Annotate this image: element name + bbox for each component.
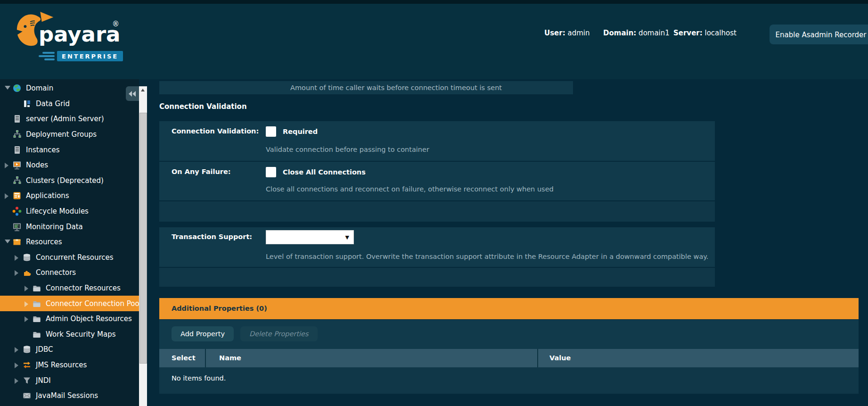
- tree-expander-spacer: [4, 146, 11, 154]
- tree-expanded-icon[interactable]: [4, 84, 11, 92]
- connection-validation-row: Connection Validation: Required Validate…: [159, 121, 715, 161]
- spacer-row: [159, 268, 715, 287]
- transaction-support-help: Level of transaction support. Overwrite …: [266, 253, 708, 260]
- no-items-message: No items found.: [159, 367, 859, 382]
- folder-icon: [32, 283, 41, 293]
- scrollbar-up-arrow-icon[interactable]: [139, 86, 147, 94]
- folder-icon: [32, 314, 41, 323]
- tree-collapsed-icon[interactable]: [24, 300, 31, 307]
- top-strip: [0, 0, 868, 4]
- tree-item-instances[interactable]: Instances: [0, 142, 139, 157]
- tree-expander-spacer: [4, 115, 11, 123]
- transaction-support-select[interactable]: ▼: [266, 230, 354, 244]
- database-icon: [22, 253, 32, 262]
- apps-icon: [12, 191, 22, 200]
- orgchart-icon: [12, 130, 22, 139]
- globe-icon: [12, 83, 22, 93]
- connection-validation-form: Connection Validation: Required Validate…: [159, 121, 715, 287]
- tree-item-label: Connector Connection Pool: [46, 299, 139, 308]
- additional-properties-section: Add Property Delete Properties Select Na…: [159, 320, 859, 394]
- tree-item-connector-connection-pool[interactable]: Connector Connection Pool: [0, 296, 139, 311]
- tree-item-data-grid[interactable]: Data Grid: [0, 96, 139, 112]
- tree-collapsed-icon[interactable]: [14, 269, 21, 276]
- scrollbar-thumb[interactable]: [139, 113, 147, 364]
- monitor-play-icon: [12, 160, 22, 170]
- tree-item-connectors[interactable]: Connectors: [0, 265, 139, 281]
- tree-item-partial-item[interactable]: [0, 403, 139, 406]
- user-label: User:: [544, 29, 565, 37]
- tree-item-clusters-deprecated[interactable]: Clusters (Deprecated): [0, 173, 139, 189]
- user-value: admin: [567, 29, 590, 37]
- tree-collapsed-icon[interactable]: [24, 284, 31, 292]
- tree-item-concurrent-resources[interactable]: Concurrent Resources: [0, 250, 139, 265]
- tree-item-label: Nodes: [26, 161, 48, 169]
- tree-collapsed-icon[interactable]: [14, 361, 21, 369]
- properties-table-header: Select Name Value: [159, 349, 859, 367]
- puzzle-icon: [22, 268, 32, 277]
- tree-item-label: server (Admin Server): [26, 115, 104, 123]
- monitor-data-icon: [12, 222, 22, 232]
- edition-badge: ENTERPRISE: [57, 51, 123, 61]
- tree-item-label: Connector Resources: [46, 284, 121, 292]
- tree-item-label: Clusters (Deprecated): [26, 176, 104, 185]
- tree-expander-spacer: [4, 131, 11, 138]
- tree-expanded-icon[interactable]: [4, 238, 11, 246]
- database-icon: [22, 345, 32, 354]
- tree-item-javamail-sessions[interactable]: JavaMail Sessions: [0, 388, 139, 404]
- tree-collapsed-icon[interactable]: [14, 346, 21, 353]
- tree-collapsed-icon[interactable]: [24, 315, 31, 323]
- tree-item-label: JNDI: [36, 376, 51, 385]
- tree-item-admin-object-resources[interactable]: Admin Object Resources: [0, 311, 139, 327]
- on-any-failure-row: On Any Failure: Close All Connections Cl…: [159, 162, 715, 200]
- properties-table: Select Name Value No items found.: [159, 349, 859, 394]
- main-content: Amount of time caller waits before conne…: [147, 79, 868, 406]
- app-header: payara ® ENTERPRISE User: admin Domain: …: [0, 0, 868, 79]
- tree-item-server-admin-server[interactable]: server (Admin Server): [0, 111, 139, 127]
- tree-item-label: Data Grid: [36, 99, 70, 108]
- arrows-icon: [22, 360, 32, 370]
- server-icon: [12, 114, 22, 124]
- tree-collapsed-icon[interactable]: [14, 377, 21, 384]
- tree-item-lifecycle-modules[interactable]: Lifecycle Modules: [0, 204, 139, 219]
- tree-item-resources[interactable]: Resources: [0, 234, 139, 250]
- add-property-button[interactable]: Add Property: [172, 326, 234, 341]
- enable-asadmin-recorder-button[interactable]: Enable Asadmin Recorder: [770, 25, 868, 44]
- required-checkbox-label: Required: [283, 128, 318, 135]
- tree-item-connector-resources[interactable]: Connector Resources: [0, 281, 139, 296]
- tree-item-nodes[interactable]: Nodes: [0, 157, 139, 173]
- tree-item-jndi[interactable]: JNDI: [0, 373, 139, 388]
- orgchart-icon: [12, 176, 22, 185]
- tree-collapsed-icon[interactable]: [14, 254, 21, 261]
- collapse-tree-button[interactable]: [126, 86, 139, 101]
- tree-item-label: Applications: [26, 191, 69, 200]
- tree-collapsed-icon[interactable]: [4, 161, 11, 169]
- lifecycle-icon: [12, 207, 22, 216]
- header-user: User: admin: [544, 29, 590, 37]
- tree-item-applications[interactable]: Applications: [0, 188, 139, 204]
- additional-properties-header: Additional Properties (0): [159, 298, 859, 319]
- domain-label: Domain:: [603, 29, 636, 37]
- payara-logo: payara ® ENTERPRISE: [12, 8, 121, 64]
- close-all-connections-checkbox[interactable]: [266, 167, 276, 177]
- connection-validation-help: Validate connection before passing to co…: [266, 146, 429, 153]
- vertical-scrollbar[interactable]: [139, 86, 147, 406]
- required-checkbox[interactable]: [266, 126, 276, 137]
- select-dropdown-arrow-icon: ▼: [345, 234, 349, 240]
- tree-item-work-security-maps[interactable]: Work Security Maps: [0, 327, 139, 342]
- tree-item-deployment-groups[interactable]: Deployment Groups: [0, 127, 139, 142]
- svg-text:payara: payara: [39, 22, 120, 47]
- tree-item-label: Monitoring Data: [26, 223, 83, 231]
- delete-properties-button[interactable]: Delete Properties: [240, 326, 318, 341]
- badge-dashes-icon: [39, 52, 55, 60]
- tree-item-jdbc[interactable]: JDBC: [0, 342, 139, 357]
- tree-item-jms-resources[interactable]: JMS Resources: [0, 357, 139, 373]
- tree-expander-spacer: [4, 207, 11, 215]
- tree-item-monitoring-data[interactable]: Monitoring Data: [0, 219, 139, 234]
- tree-collapsed-icon[interactable]: [4, 192, 11, 199]
- tree-item-domain[interactable]: Domain: [0, 81, 139, 96]
- tree-item-label: Resources: [26, 238, 62, 246]
- transaction-support-row: Transaction Support: ▼ Level of transact…: [159, 227, 715, 267]
- server-label: Server:: [673, 29, 703, 37]
- column-header-select: Select: [159, 349, 205, 367]
- navigation-sidebar: DomainData Gridserver (Admin Server)Depl…: [0, 79, 139, 406]
